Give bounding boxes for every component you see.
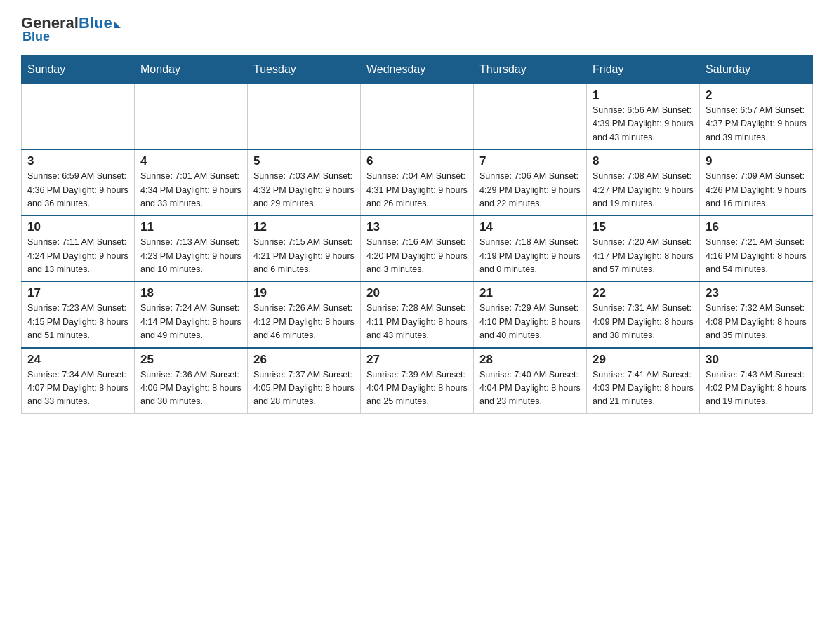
day-number: 29 — [593, 353, 694, 367]
logo-blue: Blue — [79, 14, 112, 32]
day-number: 3 — [27, 154, 128, 168]
calendar-cell: 7Sunrise: 7:06 AM Sunset: 4:29 PM Daylig… — [474, 149, 587, 215]
day-number: 16 — [706, 220, 807, 234]
calendar-cell — [474, 83, 587, 149]
day-info: Sunrise: 7:31 AM Sunset: 4:09 PM Dayligh… — [593, 302, 694, 342]
calendar-cell: 20Sunrise: 7:28 AM Sunset: 4:11 PM Dayli… — [361, 281, 474, 347]
calendar-cell: 19Sunrise: 7:26 AM Sunset: 4:12 PM Dayli… — [248, 281, 361, 347]
weekday-header-saturday: Saturday — [700, 56, 813, 84]
day-info: Sunrise: 7:32 AM Sunset: 4:08 PM Dayligh… — [706, 302, 807, 342]
day-info: Sunrise: 7:18 AM Sunset: 4:19 PM Dayligh… — [479, 236, 581, 276]
calendar-cell: 3Sunrise: 6:59 AM Sunset: 4:36 PM Daylig… — [22, 149, 135, 215]
day-info: Sunrise: 7:23 AM Sunset: 4:15 PM Dayligh… — [27, 302, 128, 342]
day-info: Sunrise: 7:11 AM Sunset: 4:24 PM Dayligh… — [27, 236, 128, 276]
day-info: Sunrise: 7:03 AM Sunset: 4:32 PM Dayligh… — [253, 170, 355, 210]
logo-arrow-icon — [114, 21, 121, 28]
page-header: General Blue Blue — [21, 14, 813, 44]
calendar-cell: 28Sunrise: 7:40 AM Sunset: 4:04 PM Dayli… — [474, 348, 587, 414]
calendar-week-row: 24Sunrise: 7:34 AM Sunset: 4:07 PM Dayli… — [22, 348, 813, 414]
day-number: 8 — [593, 154, 694, 168]
calendar-cell: 1Sunrise: 6:56 AM Sunset: 4:39 PM Daylig… — [587, 83, 700, 149]
calendar-table: SundayMondayTuesdayWednesdayThursdayFrid… — [21, 55, 813, 414]
day-number: 22 — [593, 286, 694, 300]
calendar-week-row: 10Sunrise: 7:11 AM Sunset: 4:24 PM Dayli… — [22, 215, 813, 281]
day-number: 18 — [140, 286, 241, 300]
calendar-cell: 9Sunrise: 7:09 AM Sunset: 4:26 PM Daylig… — [700, 149, 813, 215]
calendar-cell: 13Sunrise: 7:16 AM Sunset: 4:20 PM Dayli… — [361, 215, 474, 281]
calendar-week-row: 3Sunrise: 6:59 AM Sunset: 4:36 PM Daylig… — [22, 149, 813, 215]
calendar-cell: 5Sunrise: 7:03 AM Sunset: 4:32 PM Daylig… — [248, 149, 361, 215]
day-info: Sunrise: 7:16 AM Sunset: 4:20 PM Dayligh… — [366, 236, 468, 276]
day-number: 19 — [253, 286, 355, 300]
day-number: 26 — [253, 353, 355, 367]
day-number: 27 — [366, 353, 468, 367]
calendar-cell: 27Sunrise: 7:39 AM Sunset: 4:04 PM Dayli… — [361, 348, 474, 414]
calendar-cell: 15Sunrise: 7:20 AM Sunset: 4:17 PM Dayli… — [587, 215, 700, 281]
day-info: Sunrise: 7:37 AM Sunset: 4:05 PM Dayligh… — [253, 368, 355, 409]
day-info: Sunrise: 7:40 AM Sunset: 4:04 PM Dayligh… — [479, 368, 581, 409]
day-number: 12 — [253, 220, 355, 234]
calendar-cell: 4Sunrise: 7:01 AM Sunset: 4:34 PM Daylig… — [135, 149, 248, 215]
calendar-cell: 26Sunrise: 7:37 AM Sunset: 4:05 PM Dayli… — [248, 348, 361, 414]
day-info: Sunrise: 7:43 AM Sunset: 4:02 PM Dayligh… — [706, 368, 807, 409]
day-info: Sunrise: 7:15 AM Sunset: 4:21 PM Dayligh… — [253, 236, 355, 276]
day-number: 20 — [366, 286, 468, 300]
day-number: 1 — [593, 88, 694, 102]
day-info: Sunrise: 7:39 AM Sunset: 4:04 PM Dayligh… — [366, 368, 468, 409]
day-number: 23 — [706, 286, 807, 300]
logo: General Blue Blue — [21, 14, 121, 44]
day-info: Sunrise: 7:08 AM Sunset: 4:27 PM Dayligh… — [593, 170, 694, 210]
day-number: 15 — [593, 220, 694, 234]
day-info: Sunrise: 7:04 AM Sunset: 4:31 PM Dayligh… — [366, 170, 468, 210]
day-number: 13 — [366, 220, 468, 234]
calendar-cell — [361, 83, 474, 149]
calendar-cell: 25Sunrise: 7:36 AM Sunset: 4:06 PM Dayli… — [135, 348, 248, 414]
calendar-cell: 10Sunrise: 7:11 AM Sunset: 4:24 PM Dayli… — [22, 215, 135, 281]
day-number: 6 — [366, 154, 468, 168]
logo-sub: Blue — [22, 29, 50, 44]
calendar-cell: 8Sunrise: 7:08 AM Sunset: 4:27 PM Daylig… — [587, 149, 700, 215]
day-number: 5 — [253, 154, 355, 168]
day-number: 11 — [140, 220, 241, 234]
day-number: 30 — [706, 353, 807, 367]
day-info: Sunrise: 7:41 AM Sunset: 4:03 PM Dayligh… — [593, 368, 694, 409]
day-number: 24 — [27, 353, 128, 367]
weekday-header-friday: Friday — [587, 56, 700, 84]
calendar-week-row: 17Sunrise: 7:23 AM Sunset: 4:15 PM Dayli… — [22, 281, 813, 347]
calendar-week-row: 1Sunrise: 6:56 AM Sunset: 4:39 PM Daylig… — [22, 83, 813, 149]
calendar-cell — [248, 83, 361, 149]
calendar-cell — [135, 83, 248, 149]
day-info: Sunrise: 6:59 AM Sunset: 4:36 PM Dayligh… — [27, 170, 128, 210]
calendar-cell: 14Sunrise: 7:18 AM Sunset: 4:19 PM Dayli… — [474, 215, 587, 281]
calendar-cell: 12Sunrise: 7:15 AM Sunset: 4:21 PM Dayli… — [248, 215, 361, 281]
weekday-header-thursday: Thursday — [474, 56, 587, 84]
day-info: Sunrise: 7:01 AM Sunset: 4:34 PM Dayligh… — [140, 170, 241, 210]
day-number: 2 — [706, 88, 807, 102]
calendar-cell: 6Sunrise: 7:04 AM Sunset: 4:31 PM Daylig… — [361, 149, 474, 215]
day-number: 14 — [479, 220, 581, 234]
calendar-cell: 23Sunrise: 7:32 AM Sunset: 4:08 PM Dayli… — [700, 281, 813, 347]
day-info: Sunrise: 7:24 AM Sunset: 4:14 PM Dayligh… — [140, 302, 241, 342]
day-number: 25 — [140, 353, 241, 367]
weekday-header-monday: Monday — [135, 56, 248, 84]
calendar-cell: 18Sunrise: 7:24 AM Sunset: 4:14 PM Dayli… — [135, 281, 248, 347]
day-info: Sunrise: 7:09 AM Sunset: 4:26 PM Dayligh… — [706, 170, 807, 210]
weekday-header-sunday: Sunday — [22, 56, 135, 84]
day-info: Sunrise: 7:20 AM Sunset: 4:17 PM Dayligh… — [593, 236, 694, 276]
day-info: Sunrise: 7:36 AM Sunset: 4:06 PM Dayligh… — [140, 368, 241, 409]
calendar-cell: 24Sunrise: 7:34 AM Sunset: 4:07 PM Dayli… — [22, 348, 135, 414]
day-number: 10 — [27, 220, 128, 234]
day-number: 4 — [140, 154, 241, 168]
day-number: 21 — [479, 286, 581, 300]
day-number: 28 — [479, 353, 581, 367]
calendar-cell: 29Sunrise: 7:41 AM Sunset: 4:03 PM Dayli… — [587, 348, 700, 414]
weekday-header-row: SundayMondayTuesdayWednesdayThursdayFrid… — [22, 56, 813, 84]
day-number: 9 — [706, 154, 807, 168]
day-info: Sunrise: 7:28 AM Sunset: 4:11 PM Dayligh… — [366, 302, 468, 342]
day-info: Sunrise: 7:29 AM Sunset: 4:10 PM Dayligh… — [479, 302, 581, 342]
day-info: Sunrise: 7:06 AM Sunset: 4:29 PM Dayligh… — [479, 170, 581, 210]
day-info: Sunrise: 6:56 AM Sunset: 4:39 PM Dayligh… — [593, 104, 694, 145]
day-info: Sunrise: 7:21 AM Sunset: 4:16 PM Dayligh… — [706, 236, 807, 276]
calendar-cell: 21Sunrise: 7:29 AM Sunset: 4:10 PM Dayli… — [474, 281, 587, 347]
calendar-cell: 11Sunrise: 7:13 AM Sunset: 4:23 PM Dayli… — [135, 215, 248, 281]
